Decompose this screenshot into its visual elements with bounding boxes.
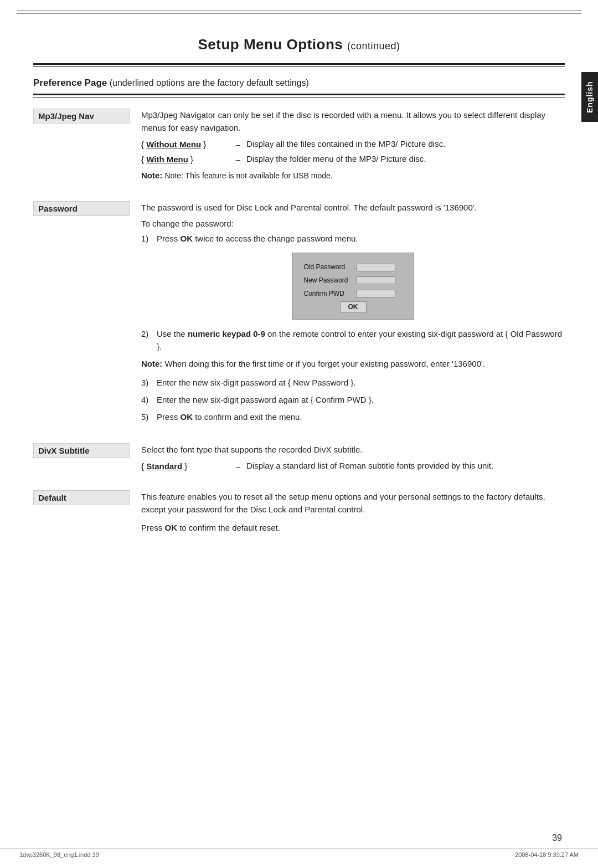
pwd-old-label: Old Password: [304, 262, 357, 273]
password-intro: The password is used for Disc Lock and P…: [141, 201, 565, 214]
footer-right: 2008-04-18 9:39:27 AM: [515, 851, 579, 858]
password-dialog: Old Password New Password Confirm PWD OK: [292, 253, 414, 319]
pwd-confirm-label: Confirm PWD: [304, 289, 357, 299]
password-note2: Note: When doing this for the first time…: [141, 357, 565, 370]
content-default: This feature enables you to reset all th…: [141, 490, 565, 538]
top-border-outer: [17, 10, 581, 11]
option-standard-label: { Standard }: [141, 460, 230, 472]
content-mp3-jpeg-nav: Mp3/Jpeg Navigator can only be set if th…: [141, 109, 565, 186]
step-4-content: Enter the new six-digit password again a…: [157, 393, 565, 406]
option-without-menu-dash: –: [230, 138, 246, 151]
step-5-num: 5): [141, 410, 157, 423]
section-divx-subtitle: DivX Subtitle Select the font type that …: [33, 443, 565, 475]
mp3-intro: Mp3/Jpeg Navigator can only be set if th…: [141, 109, 565, 135]
title-rule-thin: [33, 66, 565, 67]
password-intro2: To change the password:: [141, 217, 565, 230]
password-step-1: 1) Press OK twice to access the change p…: [141, 232, 565, 245]
step-3-num: 3): [141, 376, 157, 389]
step-1-content: Press OK twice to access the change pass…: [157, 232, 565, 245]
top-border-inner: [17, 13, 581, 14]
page-title: Setup Menu Options (continued): [33, 36, 565, 53]
label-password: Password: [33, 201, 130, 216]
option-with-menu: { With Menu } – Display the folder menu …: [141, 153, 565, 166]
footer-left: 1dvp3260K_98_eng1.indd 39: [19, 851, 99, 858]
pwd-ok-row: OK: [304, 302, 403, 312]
section-mp3-jpeg-nav: Mp3/Jpeg Nav Mp3/Jpeg Navigator can only…: [33, 109, 565, 186]
pref-rule-thick: [33, 94, 565, 95]
title-rule-thick: [33, 63, 565, 65]
mp3-note: Note: Note: This feature is not availabl…: [141, 169, 565, 182]
page-container: English Setup Menu Options (continued) P…: [0, 0, 598, 868]
content-password: The password is used for Disc Lock and P…: [141, 201, 565, 428]
pwd-row-old: Old Password: [304, 262, 403, 273]
option-without-menu: { Without Menu } – Display all the files…: [141, 138, 565, 151]
step-2-num: 2): [141, 327, 157, 340]
step-5-content: Press OK to confirm and exit the menu.: [157, 410, 565, 423]
option-without-menu-label: { Without Menu }: [141, 138, 230, 151]
option-without-menu-desc: Display all the files contained in the M…: [246, 138, 565, 151]
content-divx-subtitle: Select the font type that supports the r…: [141, 443, 565, 475]
password-step-5: 5) Press OK to confirm and exit the menu…: [141, 410, 565, 423]
pref-rule-thin: [33, 97, 565, 97]
password-step-4: 4) Enter the new six-digit password agai…: [141, 393, 565, 406]
side-tab-english: English: [581, 72, 598, 122]
option-with-menu-label: { With Menu }: [141, 153, 230, 166]
pwd-ok-button[interactable]: OK: [340, 301, 367, 312]
option-standard-desc: Display a standard list of Roman subtitl…: [246, 460, 565, 472]
pwd-row-confirm: Confirm PWD: [304, 289, 403, 299]
pwd-old-input: [357, 264, 395, 271]
section-password: Password The password is used for Disc L…: [33, 201, 565, 428]
option-standard: { Standard } – Display a standard list o…: [141, 460, 565, 472]
step-3-content: Enter the new six-digit password at { Ne…: [157, 376, 565, 389]
step-4-num: 4): [141, 393, 157, 406]
option-with-menu-dash: –: [230, 153, 246, 166]
option-with-menu-desc: Display the folder menu of the MP3/ Pict…: [246, 153, 565, 166]
pwd-row-new: New Password: [304, 275, 403, 286]
default-note: Press OK to confirm the default reset.: [141, 521, 565, 534]
password-step-3: 3) Enter the new six-digit password at {…: [141, 376, 565, 389]
default-intro: This feature enables you to reset all th…: [141, 490, 565, 516]
label-default: Default: [33, 490, 130, 505]
pwd-new-input: [357, 276, 395, 284]
main-content: Setup Menu Options (continued) Preferenc…: [33, 36, 565, 538]
option-standard-dash: –: [230, 460, 246, 472]
step-2-content: Use the numeric keypad 0-9 on the remote…: [157, 327, 565, 353]
step-1-num: 1): [141, 232, 157, 245]
pwd-new-label: New Password: [304, 275, 357, 286]
label-divx-subtitle: DivX Subtitle: [33, 443, 130, 458]
footer: 1dvp3260K_98_eng1.indd 39 2008-04-18 9:3…: [0, 849, 598, 858]
preference-header: Preference Page (underlined options are …: [33, 75, 565, 91]
section-default: Default This feature enables you to rese…: [33, 490, 565, 538]
page-number: 39: [552, 833, 562, 843]
password-step-2: 2) Use the numeric keypad 0-9 on the rem…: [141, 327, 565, 353]
label-mp3-jpeg-nav: Mp3/Jpeg Nav: [33, 109, 130, 124]
divx-intro: Select the font type that supports the r…: [141, 443, 565, 456]
pwd-confirm-input: [357, 290, 395, 297]
